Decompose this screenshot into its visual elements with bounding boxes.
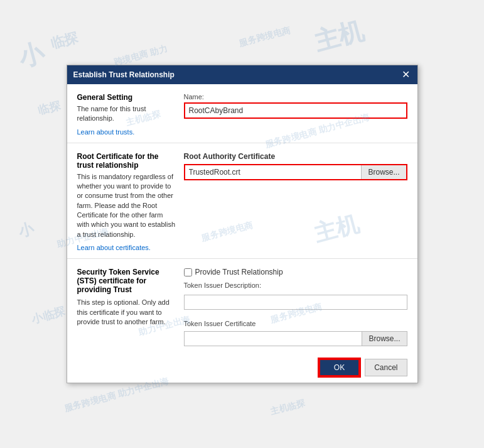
name-field-label: Name:: [184, 93, 407, 101]
token-cert-input[interactable]: [185, 332, 362, 346]
general-setting-right: Name:: [184, 93, 407, 136]
token-issuer-desc-label: Token Issuer Description:: [184, 281, 407, 289]
general-setting-left: General Setting The name for this trust …: [77, 93, 184, 136]
ok-button[interactable]: OK: [319, 359, 360, 376]
dialog-title-bar: Establish Trust Relationship ✕: [67, 65, 417, 84]
root-cert-label: Root Certificate for the trust relations…: [77, 152, 176, 170]
sts-left: Security Token Service (STS) certificate…: [77, 268, 184, 346]
learn-certs-link[interactable]: Learn about certificates.: [77, 244, 151, 251]
provide-trust-checkbox[interactable]: [184, 268, 192, 276]
root-cert-desc: This is mandatory regardless of whether …: [77, 172, 176, 240]
root-certificate-left: Root Certificate for the trust relations…: [77, 152, 184, 253]
sts-right: Provide Trust Relationship Token Issuer …: [184, 268, 407, 346]
general-setting-desc: The name for this trust relationship.: [77, 104, 176, 124]
provide-trust-label[interactable]: Provide Trust Relationship: [195, 268, 283, 276]
learn-trusts-link[interactable]: Learn about trusts.: [77, 128, 135, 136]
root-cert-input[interactable]: [185, 165, 362, 179]
sts-desc: This step is optional. Only add this cer…: [77, 298, 176, 327]
dialog-title: Establish Trust Relationship: [73, 70, 175, 79]
cancel-button[interactable]: Cancel: [365, 359, 407, 376]
close-button[interactable]: ✕: [401, 70, 411, 80]
token-cert-browse-button[interactable]: Browse...: [362, 332, 406, 346]
dialog: Establish Trust Relationship ✕ General S…: [67, 65, 418, 384]
name-input[interactable]: [184, 102, 407, 119]
token-cert-input-group: Browse...: [184, 331, 407, 346]
dialog-footer: OK Cancel: [67, 352, 417, 383]
root-certificate-section: Root Certificate for the trust relations…: [67, 143, 417, 260]
root-authority-label: Root Authority Certificate: [184, 152, 407, 161]
root-certificate-right: Root Authority Certificate Browse...: [184, 152, 407, 253]
provide-trust-row: Provide Trust Relationship: [184, 268, 407, 276]
sts-certificate-section: Security Token Service (STS) certificate…: [67, 259, 417, 352]
root-cert-browse-button[interactable]: Browse...: [361, 165, 406, 179]
token-issuer-cert-label: Token Issuer Certificate: [184, 320, 407, 327]
general-setting-label: General Setting: [77, 93, 176, 102]
sts-label: Security Token Service (STS) certificate…: [77, 268, 176, 294]
dialog-content: General Setting The name for this trust …: [67, 84, 417, 353]
token-issuer-desc-input[interactable]: [184, 295, 407, 310]
general-setting-section: General Setting The name for this trust …: [67, 84, 417, 143]
root-cert-input-group: Browse...: [184, 164, 407, 180]
